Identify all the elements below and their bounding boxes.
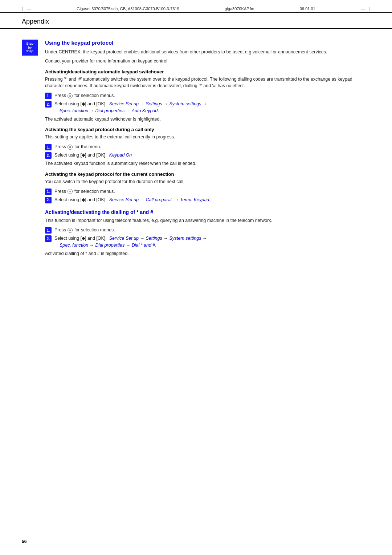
- sub1-step2-text: Select using [◆] and [OK]: Service Set u…: [54, 101, 207, 114]
- header-separator-right: |: [369, 7, 370, 11]
- link-system-settings-1: System settings: [169, 101, 201, 106]
- page-header: | — Gigaset 3070/3075isdn, GB, A31008-G3…: [0, 0, 392, 13]
- sub3-body: You can switch to the keypad protocol fo…: [45, 178, 370, 185]
- header-filename: giga3070KAP.fm: [225, 7, 254, 11]
- section2-step1-text: Press ≡ for selection menus.: [54, 227, 115, 234]
- sub3-step2: 2. Select using [◆] and [OK]: Service Se…: [45, 197, 370, 203]
- header-date: 09.01.01: [300, 7, 315, 11]
- menu-icon-1c: ≡: [68, 189, 73, 194]
- step-number-1c: 1.: [45, 189, 52, 195]
- sub2-steps: 1. Press ≡ for the menu. 2. Select using…: [45, 143, 370, 159]
- step-number-2c: 2.: [45, 197, 52, 203]
- menu-icon-1a: ≡: [68, 93, 73, 98]
- arrow1c: →: [140, 197, 146, 202]
- section2-steps: 1. Press ≡ for selection menus. 2. Selec…: [45, 227, 370, 249]
- step-number-2d: 2.: [45, 235, 52, 242]
- sub2-step2: 2. Select using [◆] and [OK]: Keypad On: [45, 152, 370, 159]
- appendix-title: Appendix: [22, 18, 49, 25]
- link-spec-function-2: Spec. function: [60, 243, 88, 248]
- header-product: Gigaset 3070/3075isdn, GB, A31008-G3070-…: [77, 7, 179, 11]
- crop-mark-bottom-left: [11, 532, 11, 537]
- sub2-step2-text: Select using [◆] and [OK]: Keypad On: [54, 152, 132, 159]
- sub1-step1: 1. Press ≡ for selection menus.: [45, 92, 370, 99]
- header-separator-left: |: [22, 7, 23, 11]
- arrow4d: →: [90, 243, 95, 248]
- sub2-step1-text: Press ≡ for the menu.: [54, 143, 101, 150]
- arrow3a: →: [203, 101, 207, 106]
- section-intro1: Under CENTREX, the keypad protocol enabl…: [45, 49, 370, 56]
- link-temp-keypad: Temp. Keypad: [180, 197, 209, 202]
- header-separator-right-dash: —: [361, 7, 365, 11]
- arrow3d: →: [203, 236, 207, 241]
- step-box-row: Step by Step Using the keypad protocol U…: [22, 40, 370, 259]
- section2-step1: 1. Press ≡ for selection menus.: [45, 227, 370, 234]
- menu-icon-1d: ≡: [68, 228, 73, 233]
- sub3-step2-text: Select using [◆] and [OK]: Service Set u…: [54, 197, 211, 203]
- link-service-set-up-3: Service Set up: [109, 236, 139, 241]
- page-number: 56: [22, 539, 26, 544]
- appendix-section: Appendix: [0, 13, 392, 29]
- header-separator-dash: —: [27, 7, 31, 11]
- step-number-1a: 1.: [45, 93, 52, 99]
- sub1-steps: 1. Press ≡ for selection menus. 2. Selec…: [45, 92, 370, 114]
- menu-icon-1b: ≡: [68, 145, 73, 150]
- section2-note: Activated dialling of * and # is highlig…: [45, 250, 370, 257]
- link-service-set-up-1: Service Set up: [109, 101, 139, 106]
- sub3-step1: 1. Press ≡ for selection menus.: [45, 188, 370, 195]
- arrow2c: →: [174, 197, 180, 202]
- section-intro2: Contact your provider for more informati…: [45, 58, 370, 65]
- link-dial-star-hash: Dial * and #: [132, 243, 155, 248]
- sub1-heading: Activating/deactivating automatic keypad…: [45, 69, 370, 74]
- link-dial-properties-1: Dial properties: [95, 108, 125, 113]
- arrow2a: →: [163, 101, 169, 106]
- sub1-body: Pressing '*' and '#' automatically switc…: [45, 76, 370, 90]
- step-badge: Step by Step: [22, 40, 38, 56]
- sub1-note: The activated automatic keypad switchove…: [45, 116, 370, 123]
- section2-step2: 2. Select using [◆] and [OK]: Service Se…: [45, 235, 370, 249]
- link-spec-function-1: Spec. function: [60, 108, 88, 113]
- crop-mark-bottom-right: [381, 532, 381, 537]
- link-keypad-on: Keypad On: [109, 153, 132, 158]
- link-auto-keypad: Auto Keypad: [132, 108, 158, 113]
- section2-body: This function is important for using tel…: [45, 217, 370, 224]
- sub2-body: This setting only applies to the externa…: [45, 134, 370, 141]
- arrow5a: →: [126, 108, 132, 113]
- step-number-2b: 2.: [45, 152, 52, 159]
- crop-mark-top-left: [11, 18, 11, 23]
- sub2-step1: 1. Press ≡ for the menu.: [45, 143, 370, 150]
- link-system-settings-2: System settings: [169, 236, 201, 241]
- sub3-steps: 1. Press ≡ for selection menus. 2. Selec…: [45, 188, 370, 203]
- main-content: Using the keypad protocol Under CENTREX,…: [45, 40, 370, 259]
- link-settings-2: Settings: [146, 236, 162, 241]
- step-number-2a: 2.: [45, 101, 52, 108]
- page-wrapper: | — Gigaset 3070/3075isdn, GB, A31008-G3…: [0, 0, 392, 555]
- sub3-heading: Activating the keypad protocol for the c…: [45, 171, 370, 177]
- sub1-step2: 2. Select using [◆] and [OK]: Service Se…: [45, 101, 370, 114]
- arrow2d: →: [163, 236, 169, 241]
- step-number-1d: 1.: [45, 227, 52, 234]
- content-area: Step by Step Using the keypad protocol U…: [0, 29, 392, 274]
- arrow5d: →: [126, 243, 132, 248]
- sub1-step1-text: Press ≡ for selection menus.: [54, 92, 115, 99]
- nav-arrows-2: ◆: [82, 153, 85, 158]
- sub2-heading: Activating the keypad protocol during a …: [45, 127, 370, 132]
- link-service-set-up-2: Service Set up: [109, 197, 139, 202]
- section-heading: Using the keypad protocol: [45, 40, 370, 46]
- header-left: | —: [22, 7, 31, 11]
- arrow1d: →: [140, 236, 146, 241]
- step-number-1b: 1.: [45, 144, 52, 150]
- link-call-preparat: Call preparat.: [146, 197, 173, 202]
- section2-heading: Activating/deactivating the dialling of …: [45, 209, 370, 215]
- link-settings-1: Settings: [146, 101, 162, 106]
- section2-step2-text: Select using [◆] and [OK]: Service Set u…: [54, 235, 207, 249]
- link-dial-properties-2: Dial properties: [95, 243, 125, 248]
- crop-mark-top-right: [381, 18, 381, 23]
- header-right: — |: [361, 7, 370, 11]
- arrow4a: →: [90, 108, 95, 113]
- nav-arrows-1: ◆: [82, 101, 85, 106]
- nav-arrows-4: ◆: [82, 236, 85, 241]
- sub3-step1-text: Press ≡ for selection menus.: [54, 188, 115, 195]
- footer: 56: [22, 536, 370, 544]
- sub2-note: The activated keypad function is automat…: [45, 160, 370, 167]
- nav-arrows-3: ◆: [82, 197, 85, 202]
